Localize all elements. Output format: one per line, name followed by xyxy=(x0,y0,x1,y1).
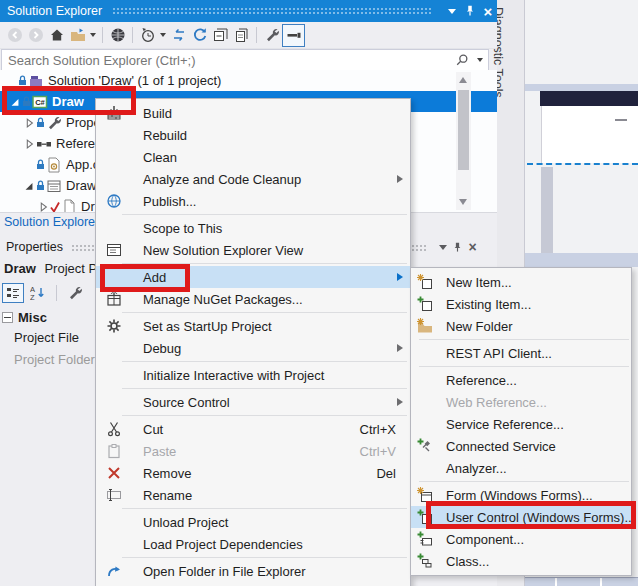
close-icon[interactable]: × xyxy=(465,240,480,255)
menu-item-unload-project[interactable]: Unload Project xyxy=(96,511,410,533)
menu-item-component[interactable]: Component... xyxy=(411,528,631,550)
menu-item-web-reference[interactable]: Web Reference... xyxy=(411,391,631,413)
close-icon[interactable]: × xyxy=(479,2,497,20)
search-input[interactable]: Search Solution Explorer (Ctrl+;) xyxy=(1,49,489,71)
scroll-up-icon[interactable] xyxy=(459,77,467,83)
menu-item-debug[interactable]: Debug xyxy=(96,337,410,359)
collapse-all-icon[interactable] xyxy=(210,25,231,46)
preview-toggle-icon[interactable] xyxy=(282,24,305,47)
menu-item-label: Analyzer... xyxy=(439,461,631,476)
menu-item-publish[interactable]: Publish... xyxy=(96,190,410,212)
search-options-caret-icon[interactable] xyxy=(472,58,488,62)
sync-icon[interactable] xyxy=(168,25,189,46)
expander-expanded-icon[interactable] xyxy=(22,179,36,193)
expander-collapsed-icon[interactable] xyxy=(36,200,50,213)
properties-object-selector[interactable]: Draw Project Pro xyxy=(4,261,109,276)
caret-down-icon[interactable] xyxy=(88,25,98,46)
references-icon xyxy=(36,136,52,152)
menu-item-class[interactable]: Class... xyxy=(411,550,631,572)
menu-item-analyze-and-code-cleanup[interactable]: Analyze and Code Cleanup xyxy=(96,168,410,190)
expander-collapsed-icon[interactable] xyxy=(22,116,36,130)
menu-item-build[interactable]: Build xyxy=(96,102,410,124)
web-icon[interactable] xyxy=(107,25,128,46)
menu-item-open-folder-in-file-explorer[interactable]: Open Folder in File Explorer xyxy=(96,560,410,582)
svg-text:Z: Z xyxy=(30,293,35,301)
designer-band-mid xyxy=(525,253,638,267)
categorized-icon[interactable] xyxy=(2,283,24,303)
menu-item-label: New Folder xyxy=(439,319,631,334)
wrench-icon[interactable] xyxy=(64,283,86,303)
pin-icon[interactable] xyxy=(450,240,465,255)
annotation-box-add-item xyxy=(100,264,190,292)
menu-item-label: Reference... xyxy=(439,373,631,388)
menu-item-new-folder[interactable]: New Folder xyxy=(411,315,631,337)
menu-item-new-item[interactable]: New Item... xyxy=(411,271,631,293)
property-row[interactable]: Project File xyxy=(14,330,79,345)
menu-item-label: New Solution Explorer View xyxy=(132,243,410,258)
collapse-section-icon[interactable] xyxy=(2,312,13,323)
menu-item-rebuild[interactable]: Rebuild xyxy=(96,124,410,146)
scroll-down-icon[interactable] xyxy=(459,199,467,205)
menu-separator xyxy=(419,366,629,367)
menu-item-label: Existing Item... xyxy=(439,297,631,312)
refresh-icon[interactable] xyxy=(189,25,210,46)
search-placeholder: Search Solution Explorer (Ctrl+;) xyxy=(2,53,452,68)
designer-gridline xyxy=(600,578,602,586)
new-folder-icon xyxy=(411,318,439,334)
menu-item-label: REST API Client... xyxy=(439,346,631,361)
show-all-files-icon[interactable] xyxy=(231,25,252,46)
menu-item-rename[interactable]: Rename xyxy=(96,484,410,506)
menu-item-reference[interactable]: Reference... xyxy=(411,369,631,391)
cut-icon xyxy=(96,421,132,437)
lock-icon xyxy=(18,75,27,86)
properties-object-name: Draw xyxy=(4,261,36,276)
menu-item-shortcut: Ctrl+V xyxy=(360,444,396,459)
menu-item-label: Unload Project xyxy=(132,515,410,530)
component-icon xyxy=(411,531,439,547)
search-icon[interactable] xyxy=(452,53,472,67)
designer-band-top xyxy=(525,84,638,91)
menu-item-load-project-dependencies[interactable]: Load Project Dependencies xyxy=(96,533,410,555)
home-icon[interactable] xyxy=(46,25,67,46)
menu-item-label: New Item... xyxy=(439,275,631,290)
switch-views-icon[interactable] xyxy=(67,25,88,46)
menu-item-remove[interactable]: RemoveDel xyxy=(96,462,410,484)
submenu-arrow-icon xyxy=(397,398,403,406)
property-row[interactable]: Project Folder xyxy=(14,352,95,367)
nuget-icon xyxy=(96,291,132,307)
expander-collapsed-icon[interactable] xyxy=(22,137,36,151)
menu-item-cut[interactable]: CutCtrl+X xyxy=(96,418,410,440)
designer-band-bottom xyxy=(525,577,638,586)
menu-item-analyzer[interactable]: Analyzer... xyxy=(411,457,631,479)
menu-item-source-control[interactable]: Source Control xyxy=(96,391,410,413)
tree-scrollbar[interactable] xyxy=(456,72,471,210)
toolbar-separator xyxy=(256,27,257,43)
new-item-icon xyxy=(411,274,439,290)
menu-item-initialize-interactive-with-project[interactable]: Initialize Interactive with Project xyxy=(96,364,410,386)
section-misc[interactable]: Misc xyxy=(2,310,47,325)
menu-item-connected-service[interactable]: Connected Service xyxy=(411,435,631,457)
publish-icon xyxy=(96,193,132,209)
pin-icon[interactable] xyxy=(461,2,479,20)
menu-item-set-as-startup-project[interactable]: Set as StartUp Project xyxy=(96,315,410,337)
menu-item-paste[interactable]: PasteCtrl+V xyxy=(96,440,410,462)
menu-item-rest-api-client[interactable]: REST API Client... xyxy=(411,342,631,364)
sort-az-icon[interactable]: AZ xyxy=(27,283,49,303)
menu-item-service-reference[interactable]: Service Reference... xyxy=(411,413,631,435)
menu-separator xyxy=(122,361,407,362)
pending-changes-icon[interactable] xyxy=(137,25,158,46)
designer-strip xyxy=(541,167,553,255)
scrollbar-thumb[interactable] xyxy=(458,90,469,170)
menu-item-label: Clean xyxy=(132,150,410,165)
menu-item-existing-item[interactable]: Existing Item... xyxy=(411,293,631,315)
forward-icon[interactable] xyxy=(25,25,46,46)
menu-item-scope-to-this[interactable]: Scope to This xyxy=(96,217,410,239)
window-position-icon[interactable] xyxy=(443,2,461,20)
menu-item-clean[interactable]: Clean xyxy=(96,146,410,168)
caret-down-icon[interactable] xyxy=(158,25,168,46)
back-icon[interactable] xyxy=(4,25,25,46)
menu-item-new-solution-explorer-view[interactable]: New Solution Explorer View xyxy=(96,239,410,261)
window-position-icon[interactable] xyxy=(435,240,450,255)
wrench-icon[interactable] xyxy=(261,25,282,46)
add-submenu: New Item...Existing Item...New FolderRES… xyxy=(410,267,632,576)
